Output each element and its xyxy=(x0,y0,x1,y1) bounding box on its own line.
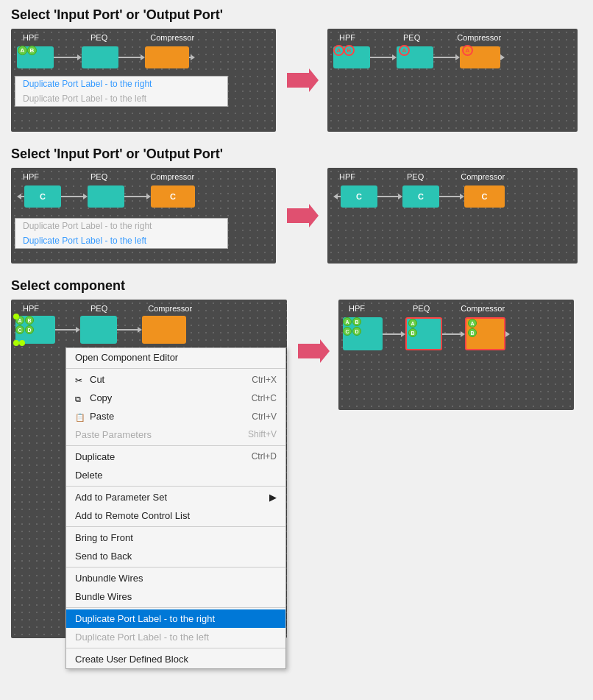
menu-dup-left[interactable]: Duplicate Port Label - to the left xyxy=(66,628,285,646)
s1-menu-item1[interactable]: Duplicate Port Label - to the right xyxy=(15,77,227,91)
svg-text:📋: 📋 xyxy=(75,412,85,422)
svg-marker-1 xyxy=(287,204,319,227)
menu-send-back[interactable]: Send to Back xyxy=(66,547,285,565)
section2-row: HPF PEQ Compressor C xyxy=(11,168,582,264)
section2-canvas-left: HPF PEQ Compressor C xyxy=(11,168,276,264)
menu-add-remote[interactable]: Add to Remote Control List xyxy=(66,506,285,525)
section3: Select component HPF PEQ Compressor A B … xyxy=(11,278,582,638)
menu-copy[interactable]: ⧉ Copy Ctrl+C xyxy=(66,389,285,407)
svg-text:✂: ✂ xyxy=(75,375,82,385)
section1: Select 'Input Port' or 'Output Port' HPF… xyxy=(11,7,582,132)
port-b-s1: B xyxy=(27,46,37,55)
menu-create-udb[interactable]: Create User Defined Block xyxy=(66,650,285,668)
section2: Select 'Input Port' or 'Output Port' HPF… xyxy=(11,146,582,264)
menu-paste[interactable]: 📋 Paste Ctrl+V xyxy=(66,407,285,425)
svg-marker-5 xyxy=(298,339,330,363)
menu-bundle[interactable]: Bundle Wires xyxy=(66,587,285,606)
s1-hpf-label: HPF xyxy=(23,33,39,42)
menu-open-component-editor[interactable]: Open Component Editor xyxy=(66,348,285,367)
section3-arrow xyxy=(294,336,331,366)
context-menu: Open Component Editor ✂ Cut Ctrl+X ⧉ xyxy=(65,347,286,669)
port-a-s1r: A xyxy=(333,45,344,56)
section2-canvas-right: HPF PEQ Compressor C C xyxy=(327,168,578,264)
menu-add-param-set[interactable]: Add to Parameter Set ▶ xyxy=(66,488,285,506)
s2-menu-item2[interactable]: Duplicate Port Label - to the left xyxy=(15,233,227,248)
section3-canvas-right: HPF PEQ Compressor A B C D xyxy=(338,300,574,410)
section3-title: Select component xyxy=(11,278,582,294)
paste-icon: 📋 xyxy=(75,411,85,422)
s1-context-menu: Duplicate Port Label - to the right Dupl… xyxy=(15,76,228,107)
cut-icon: ✂ xyxy=(75,375,85,385)
s2-context-menu: Duplicate Port Label - to the right Dupl… xyxy=(15,218,228,249)
menu-dup-right[interactable]: Duplicate Port Label - to the right xyxy=(66,609,285,628)
port-a-s1r3: A xyxy=(462,45,473,56)
menu-duplicate[interactable]: Duplicate Ctrl+D xyxy=(66,448,285,466)
port-a-s1: A xyxy=(18,46,27,55)
port-a-s1r2: A xyxy=(399,45,410,56)
page: Select 'Input Port' or 'Output Port' HPF… xyxy=(0,0,593,660)
copy-icon: ⧉ xyxy=(75,393,85,403)
menu-paste-params[interactable]: Paste Parameters Shift+V xyxy=(66,425,285,444)
s1-comp-label: Compressor xyxy=(150,33,194,42)
section2-arrow xyxy=(283,201,320,230)
s1-menu-item2[interactable]: Duplicate Port Label - to the left xyxy=(15,91,227,106)
s1-peq-label: PEQ xyxy=(90,33,107,42)
menu-cut[interactable]: ✂ Cut Ctrl+X xyxy=(66,370,285,389)
port-b-s1r: B xyxy=(344,45,355,56)
section3-row: HPF PEQ Compressor A B C D xyxy=(11,300,582,638)
section1-arrow xyxy=(283,66,320,95)
s2-menu-item1[interactable]: Duplicate Port Label - to the right xyxy=(15,219,227,233)
section3-canvas-left: HPF PEQ Compressor A B C D xyxy=(11,300,287,638)
section1-title: Select 'Input Port' or 'Output Port' xyxy=(11,7,582,23)
svg-text:⧉: ⧉ xyxy=(75,395,81,403)
menu-unbundle[interactable]: Unbundle Wires xyxy=(66,569,285,587)
section1-canvas-right: HPF PEQ Compressor A B xyxy=(327,29,578,132)
section2-title: Select 'Input Port' or 'Output Port' xyxy=(11,146,582,162)
svg-marker-0 xyxy=(287,68,319,92)
menu-bring-front[interactable]: Bring to Front xyxy=(66,528,285,547)
menu-delete[interactable]: Delete xyxy=(66,466,285,484)
section1-canvas-left: HPF PEQ Compressor A B xyxy=(11,29,276,132)
section1-row: HPF PEQ Compressor A B xyxy=(11,29,582,132)
